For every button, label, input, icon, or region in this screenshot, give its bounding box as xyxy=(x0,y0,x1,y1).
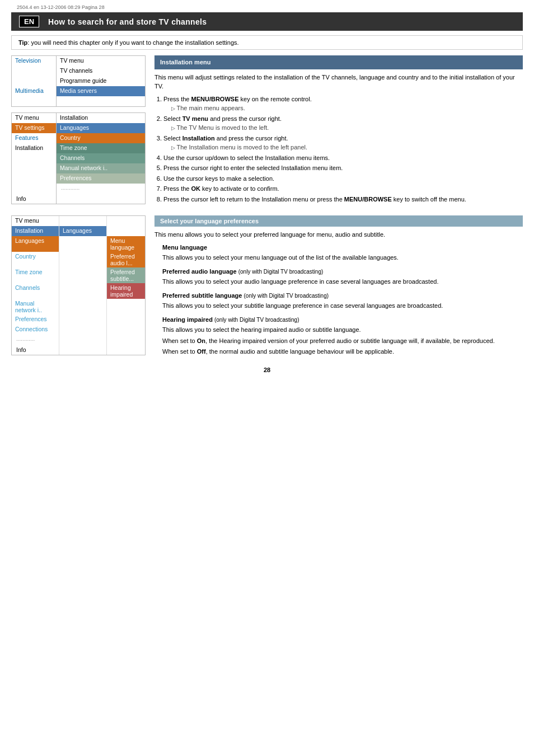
hearing-impaired-qualifier: (only with Digital TV broadcasting) xyxy=(214,317,299,323)
menu-row-features: Features Country xyxy=(12,133,145,143)
left-menus: Television TV menu TV channels Programme… xyxy=(11,55,146,210)
upper-section: Television TV menu TV channels Programme… xyxy=(11,55,523,210)
menu3-row-installation: Installation Languages xyxy=(12,226,145,236)
menu-empty-5 xyxy=(12,153,57,163)
menu-col1-tvmenu: TV menu xyxy=(12,113,57,123)
bottom-left-menu: TV menu Installation Languages Languages… xyxy=(11,215,146,361)
menu-empty-3 xyxy=(12,96,57,106)
menu3-country: Country xyxy=(12,252,59,267)
menu-item-info: Info xyxy=(12,194,57,204)
preferred-subtitle-qualifier: (only with Digital TV broadcasting) xyxy=(244,293,329,299)
preferred-audio-subsection: Preferred audio language (only with Digi… xyxy=(154,267,523,287)
menu-item-languages: Languages xyxy=(57,123,145,133)
menu3-row-languages: Languages Menu language xyxy=(12,236,145,252)
menu-item-manual-network: Manual network i.. xyxy=(57,163,145,173)
menu3-empty-13 xyxy=(107,325,145,335)
menu3-empty-3 xyxy=(107,226,145,236)
title-bar: EN How to search for and store TV channe… xyxy=(11,12,523,31)
menu-item-media-servers: Media servers xyxy=(57,86,145,96)
menu-item-channels: Channels xyxy=(57,153,145,163)
menu-row-installation2: Installation Time zone xyxy=(12,143,145,153)
menu-item-installation2: Installation xyxy=(12,143,57,153)
language-badge: EN xyxy=(19,16,39,27)
menu-empty-4 xyxy=(57,96,145,106)
menu3-empty-5 xyxy=(59,252,107,267)
menu-empty-7 xyxy=(12,173,57,184)
menu-item-multimedia: Multimedia xyxy=(12,86,57,96)
step-6: Use the cursor keys to make a selection. xyxy=(163,174,523,184)
language-section-body: This menu allows you to select your pref… xyxy=(154,230,523,240)
menu3-timezone: Time zone xyxy=(12,267,59,283)
menu-empty-1 xyxy=(12,66,57,76)
menu3-languages-header: Languages xyxy=(59,226,107,236)
step-1: Press the MENU/BROWSE key on the remote … xyxy=(163,95,523,113)
menu3-row-timezone: Time zone Preferred subtitle... xyxy=(12,267,145,283)
menu-item-country: Country xyxy=(57,133,145,143)
menu3-empty-12 xyxy=(59,325,107,335)
menu-empty-8 xyxy=(12,184,57,194)
menu-row-programme: Programme guide xyxy=(12,76,145,86)
menu-row-tvmenu2: TV menu Installation xyxy=(12,113,145,123)
menu3-tvmenu-label: TV menu xyxy=(12,216,59,226)
menu3-empty-16 xyxy=(59,345,107,355)
menu3-preferences: Preferences xyxy=(12,314,59,325)
menu3-row-connections: Connections xyxy=(12,325,145,335)
document-meta: 2504.4 en 13-12-2006 08:29 Pagina 28 xyxy=(0,0,534,12)
menu-row-dotted: ............ xyxy=(12,184,145,194)
hearing-impaired-title: Hearing impaired (only with Digital TV b… xyxy=(154,315,523,325)
menu3-preferred-audio: Preferred audio l... xyxy=(107,252,145,267)
menu3-installation: Installation xyxy=(12,226,59,236)
step-2: Select TV menu and press the cursor righ… xyxy=(163,114,523,133)
menu-row-tv-channels: TV channels xyxy=(12,66,145,76)
menu3-row-channels: Channels Hearing impaired xyxy=(12,283,145,299)
menu-item-tv-channels: TV channels xyxy=(57,66,145,76)
menu-panel-3: TV menu Installation Languages Languages… xyxy=(11,215,146,355)
menu-row-television: Television TV menu xyxy=(12,56,145,66)
menu3-empty-1 xyxy=(59,216,107,226)
menu3-menu-language: Menu language xyxy=(107,236,145,252)
hearing-impaired-text2: When set to On, the Hearing impaired ver… xyxy=(154,336,523,346)
menu3-dotted: ............ xyxy=(12,335,59,345)
preferred-subtitle-text: This allows you to select your subtitle … xyxy=(154,301,523,311)
menu-empty-6 xyxy=(12,163,57,173)
menu3-row-manual: Manual network i.. xyxy=(12,299,145,314)
language-section: Select your language preferences This me… xyxy=(154,215,523,361)
menu3-empty-17 xyxy=(107,345,145,355)
page-number: 28 xyxy=(0,367,534,373)
menu-row-preferences: Preferences xyxy=(12,173,145,184)
menu-item-dotted: ............ xyxy=(57,184,145,194)
menu-item-features: Features xyxy=(12,133,57,143)
step-2-sub: The TV Menu is moved to the left. xyxy=(163,123,523,133)
step-1-sub: The main menu appears. xyxy=(163,104,523,113)
menu3-empty-9 xyxy=(107,299,145,314)
menu-row-info: Info xyxy=(12,194,145,204)
menu-row-channels: Channels xyxy=(12,153,145,163)
menu3-manual-network: Manual network i.. xyxy=(12,299,59,314)
menu3-row-dotted: ............ xyxy=(12,335,145,345)
menu3-preferred-subtitle: Preferred subtitle... xyxy=(107,267,145,283)
hearing-impaired-text1: This allows you to select the hearing im… xyxy=(154,325,523,335)
step-8: Press the cursor left to return to the I… xyxy=(163,195,523,204)
menu-row-manualnet: Manual network i.. xyxy=(12,163,145,173)
menu3-empty-11 xyxy=(107,314,145,325)
menu3-channels: Channels xyxy=(12,283,59,299)
step-3: Select Installation and press the cursor… xyxy=(163,134,523,152)
preferred-audio-text: This allows you to select your audio lan… xyxy=(154,277,523,287)
step-3-sub: The Installation menu is moved to the le… xyxy=(163,143,523,152)
menu3-empty-15 xyxy=(107,335,145,345)
installation-body: This menu will adjust settings related t… xyxy=(154,73,523,91)
menu-row-empty xyxy=(12,96,145,106)
menu-language-subsection: Menu language This allows you to select … xyxy=(154,243,523,262)
preferred-subtitle-subsection: Preferred subtitle language (only with D… xyxy=(154,291,523,311)
menu3-empty-6 xyxy=(59,267,107,283)
hearing-impaired-text3: When set to Off, the normal audio and su… xyxy=(154,347,523,356)
menu-item-television: Television xyxy=(12,56,57,66)
menu-panel-2: TV menu Installation TV settings Languag… xyxy=(11,112,146,204)
menu3-row-country: Country Preferred audio l... xyxy=(12,252,145,267)
menu3-row-header: TV menu xyxy=(12,216,145,226)
menu-empty-9 xyxy=(57,194,145,204)
preferred-audio-qualifier: (only with Digital TV broadcasting) xyxy=(238,269,324,275)
menu-item-tv-menu: TV menu xyxy=(57,56,145,66)
installation-title: Installation menu xyxy=(154,55,523,69)
menu-item-timezone: Time zone xyxy=(57,143,145,153)
